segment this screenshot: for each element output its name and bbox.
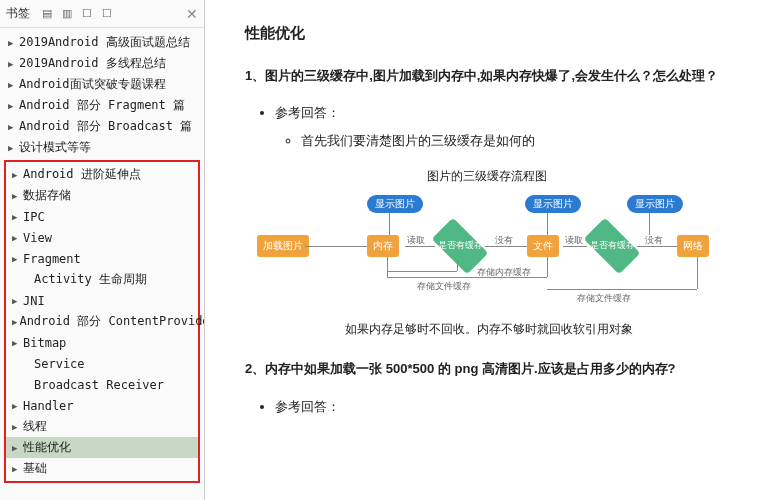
- sidebar-title: 书签: [6, 5, 30, 22]
- question-2: 2、内存中如果加载一张 500*500 的 png 高清图片.应该是占用多少的内…: [245, 357, 729, 382]
- diagram-title: 图片的三级缓存流程图: [245, 166, 729, 186]
- tree-item[interactable]: ▶JNI: [6, 290, 198, 311]
- tree-item[interactable]: Broadcast Receiver: [6, 374, 198, 395]
- tree-item[interactable]: ▶Android面试突破专题课程: [0, 74, 204, 95]
- tree-item[interactable]: Service: [6, 353, 198, 374]
- node-load: 加载图片: [257, 235, 309, 257]
- ref-answer-label: 参考回答：: [275, 102, 729, 124]
- ref-answer-label-2: 参考回答：: [275, 396, 729, 418]
- tree-item[interactable]: ▶设计模式等等: [0, 137, 204, 158]
- bookmark-icon[interactable]: ☐: [100, 7, 114, 21]
- tree-item[interactable]: ▶Android 部分 Fragment 篇: [0, 95, 204, 116]
- layout2-icon[interactable]: ▥: [60, 7, 74, 21]
- bookmark-add-icon[interactable]: ☐: [80, 7, 94, 21]
- layout1-icon[interactable]: ▤: [40, 7, 54, 21]
- tree-item[interactable]: ▶Handler: [6, 395, 198, 416]
- tree-item[interactable]: Activity 生命周期: [6, 269, 198, 290]
- note-text: 如果内存足够时不回收。内存不够时就回收软引用对象: [345, 319, 729, 339]
- tree-item[interactable]: ▶2019Android 多线程总结: [0, 53, 204, 74]
- cache-flow-diagram: 显示图片 显示图片 显示图片 加载图片 内存 是否有缓存 文件 是否有缓存 网络…: [257, 195, 717, 305]
- tree-item[interactable]: ▶Android 部分 Broadcast 篇: [0, 116, 204, 137]
- pill-1: 显示图片: [367, 195, 423, 213]
- document-content: 性能优化 1、图片的三级缓存中,图片加载到内存中,如果内存快爆了,会发生什么？怎…: [205, 0, 759, 500]
- tree-item[interactable]: ▶2019Android 高级面试题总结: [0, 32, 204, 53]
- tree-item[interactable]: ▶线程: [6, 416, 198, 437]
- page-title: 性能优化: [245, 20, 729, 46]
- pill-3: 显示图片: [627, 195, 683, 213]
- node-net: 网络: [677, 235, 709, 257]
- tree-item[interactable]: ▶性能优化: [6, 437, 198, 458]
- node-mem: 内存: [367, 235, 399, 257]
- tree-item[interactable]: ▶View: [6, 227, 198, 248]
- tree-item[interactable]: ▶Android 进阶延伸点: [6, 164, 198, 185]
- node-cache2: 是否有缓存: [584, 217, 641, 274]
- node-file: 文件: [527, 235, 559, 257]
- bookmark-tree: ▶2019Android 高级面试题总结▶2019Android 多线程总结▶A…: [0, 28, 204, 500]
- tree-item[interactable]: ▶Bitmap: [6, 332, 198, 353]
- answer-1-item: 首先我们要清楚图片的三级缓存是如何的: [301, 130, 729, 152]
- tree-item[interactable]: ▶IPC: [6, 206, 198, 227]
- tree-item[interactable]: ▶Fragment: [6, 248, 198, 269]
- close-icon[interactable]: ✕: [186, 6, 198, 22]
- pill-2: 显示图片: [525, 195, 581, 213]
- tree-item[interactable]: ▶数据存储: [6, 185, 198, 206]
- tree-item[interactable]: ▶基础: [6, 458, 198, 479]
- question-1: 1、图片的三级缓存中,图片加载到内存中,如果内存快爆了,会发生什么？怎么处理？: [245, 64, 729, 89]
- tree-item[interactable]: ▶Android 部分 ContentProvider 篇: [6, 311, 198, 332]
